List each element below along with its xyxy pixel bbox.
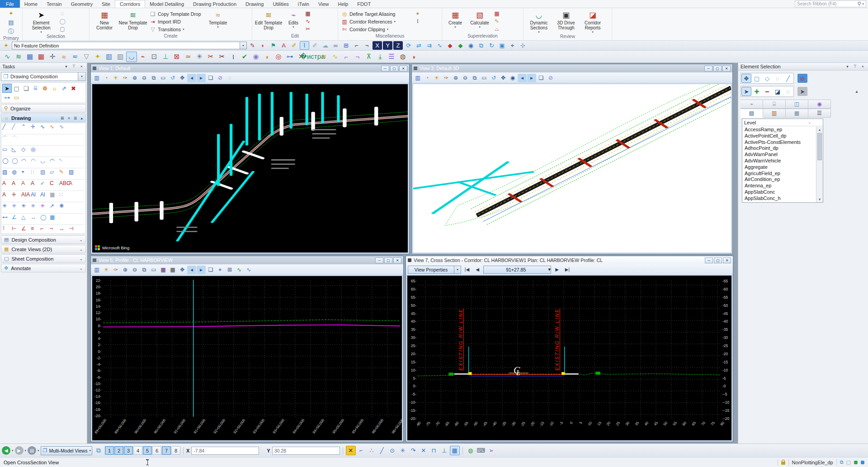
dim-width-icon[interactable]: ↔ <box>59 225 69 234</box>
fence-mode-icon[interactable]: ⊞ <box>341 41 351 50</box>
fit-view-icon[interactable]: ▭ <box>159 74 168 82</box>
transition-icon[interactable]: ▽ <box>81 52 92 62</box>
view5-title-bar[interactable]: View 5, Profile - CL HARBORVIEW ─ ▢ ✕ <box>91 256 403 264</box>
corridor-reports-button[interactable]: ◪ Corridor Reports ▾ <box>580 9 605 34</box>
text-ab-icon[interactable]: A <box>31 180 40 190</box>
level-item[interactable]: AdhocPoint_dp <box>742 145 816 152</box>
fit-view-icon[interactable]: ▭ <box>149 266 158 274</box>
pen-alt-icon[interactable]: ✐ <box>310 41 320 50</box>
center-snap-icon[interactable]: ⊙ <box>387 446 397 455</box>
text-more-icon[interactable]: A <box>69 180 78 190</box>
view-attributes-icon[interactable]: ▥ <box>92 74 101 82</box>
chevron-down-icon[interactable]: ▾ <box>38 449 39 453</box>
place-influence-icon[interactable]: ⌇ <box>300 41 309 50</box>
next-station-button[interactable]: ▶ <box>552 266 561 274</box>
text-al2-icon[interactable]: Al <box>40 191 50 201</box>
bisector-snap-icon[interactable]: ↷ <box>408 446 418 455</box>
zoom-in-icon[interactable]: ⊕ <box>451 74 460 82</box>
deselect-icon[interactable]: ➤ <box>797 87 807 96</box>
measure-ruler-icon[interactable]: ▭ <box>12 93 21 102</box>
view1-title-bar[interactable]: View 1, Default ─ ▢ ✕ <box>91 64 409 72</box>
edits-button[interactable]: ⌁ Edits ▾ <box>284 9 303 33</box>
keyboard-shortcuts-icon[interactable]: ⌨ <box>476 446 486 455</box>
origin-snap-icon[interactable]: ✳ <box>398 446 408 455</box>
import-targets-icon[interactable]: I <box>414 18 421 25</box>
forward-button[interactable]: ▶ <box>15 446 24 455</box>
template-cross-icon[interactable]: ✛ <box>47 52 58 62</box>
label-point-icon[interactable]: ✛ <box>12 191 21 201</box>
tab-style[interactable]: ▦ <box>786 109 808 118</box>
rotate-view-icon[interactable]: ↺ <box>168 74 177 82</box>
strip-hatch-icon[interactable]: ▱ <box>50 169 59 178</box>
place-circle-icon[interactable]: ◯ <box>2 157 12 167</box>
midpoint-snap-icon[interactable]: ╱ <box>377 446 387 455</box>
menu-tab[interactable]: FDOT <box>353 0 375 8</box>
measure-volume-icon[interactable]: ▦ <box>50 214 59 224</box>
fit-view-icon[interactable]: ▭ <box>480 74 489 82</box>
audit-check-icon[interactable]: ✔ <box>239 52 250 62</box>
corridor-s-icon[interactable]: ∿ <box>304 18 311 25</box>
window-tile-icon[interactable]: ⧉ <box>476 41 486 50</box>
chevron-down-icon[interactable]: ▾ <box>63 64 69 69</box>
star-arrow-icon[interactable]: ✳ <box>21 203 31 212</box>
tab-color[interactable]: ▥ <box>763 109 786 118</box>
chevron-down-icon[interactable]: ▾ <box>12 449 14 453</box>
layout-icon[interactable]: ▣ <box>497 41 507 50</box>
accudraw-lock-icon[interactable]: ✕ <box>346 446 356 455</box>
fence-circle-icon[interactable]: ◌ <box>59 10 66 17</box>
pattern-scatter-icon[interactable]: ∷ <box>31 169 40 178</box>
view-toggle-button[interactable]: 2 <box>114 446 123 455</box>
presentation-icon[interactable]: ◔ <box>423 74 432 82</box>
first-station-button[interactable]: |◀ <box>462 266 472 274</box>
target-i-icon[interactable]: I <box>228 52 239 62</box>
tangent-snap-icon[interactable]: ⊓ <box>429 446 439 455</box>
minimize-button[interactable]: ─ <box>704 66 712 71</box>
x-lock-icon[interactable]: X <box>373 41 382 50</box>
copy-view-icon[interactable]: ❏ <box>537 74 546 82</box>
surface-arrow-icon[interactable]: �истра <box>307 52 318 62</box>
view-toggle-button[interactable]: 4 <box>133 446 142 455</box>
lock-icon[interactable] <box>781 462 785 465</box>
section-sheet-composition[interactable]: ▢ Sheet Composition ⌄ <box>1 254 86 263</box>
nearest-snap-icon[interactable]: ⌐ <box>356 446 366 455</box>
y-coordinate-input[interactable] <box>272 447 340 455</box>
keypoint-snap-icon[interactable]: ∴ <box>367 446 377 455</box>
scroll-down-icon[interactable]: ▼ <box>816 196 823 202</box>
dim-corner2-icon[interactable]: ¬ <box>50 225 59 234</box>
update-view-icon[interactable]: ✑ <box>442 74 451 82</box>
invert-mode-icon[interactable]: ◪ <box>773 87 783 96</box>
profile-plot-area[interactable] <box>103 280 400 417</box>
open-profile-model-icon[interactable]: ∿ <box>2 52 13 62</box>
view7-cross-section-canvas[interactable]: 65605550454035302520151050-5-10-15-20 65… <box>407 276 731 440</box>
spell-check-icon[interactable]: ✓ <box>40 180 50 190</box>
corner-pink-icon[interactable]: ⌐ <box>341 52 352 62</box>
corridor-handles-icon[interactable]: ▥ <box>104 52 114 62</box>
multi-model-views-dropdown[interactable]: ❐ Multi-Model Views ▾ <box>41 446 92 455</box>
walk-icon[interactable]: ✥ <box>499 74 508 82</box>
clear-override-icon[interactable]: ⊘ <box>216 74 225 82</box>
minimize-button[interactable]: ─ <box>381 66 389 71</box>
brightness-icon[interactable]: ☀ <box>111 74 120 82</box>
organize-section-bar[interactable]: ⚲ Organize <box>1 104 86 113</box>
menu-tab[interactable]: Model Detailing <box>145 0 189 8</box>
star-q-icon[interactable]: ✳ <box>40 203 50 212</box>
menu-tab[interactable]: File <box>0 0 20 8</box>
template-flag-icon[interactable]: ⚑ <box>269 41 278 50</box>
corridor-clipping-button[interactable]: ✄ Corridor Clipping ▾ <box>340 26 413 33</box>
model-blue-icon[interactable]: ◉ <box>466 41 476 50</box>
level-item[interactable]: Antenna_ep <box>742 183 816 189</box>
flag-tool-icon[interactable]: ➢ <box>486 446 496 455</box>
view3-3d-canvas[interactable] <box>413 84 731 253</box>
measure-length-icon[interactable]: ↔ <box>31 214 40 224</box>
tab-sphere[interactable]: ◉ <box>808 100 831 109</box>
dim-linear-icon[interactable]: ⊢ <box>12 225 21 234</box>
dome-icon[interactable]: ◠ <box>50 157 59 167</box>
active-level-badge[interactable]: NonPlottingEle_dp <box>792 460 833 465</box>
smartline-icon[interactable]: ╱ <box>2 124 12 133</box>
view5-window[interactable]: View 5, Profile - CL HARBORVIEW ─ ▢ ✕ ▥☀… <box>90 256 404 442</box>
update-view-icon[interactable]: ✑ <box>121 74 130 82</box>
snow-icon[interactable]: ❋ <box>59 203 69 212</box>
zoom-out-icon[interactable]: ⊖ <box>140 74 149 82</box>
view7-title-bar[interactable]: View 7, Cross Section - Corridor: CL HAR… <box>406 256 733 264</box>
level-item[interactable]: AccessRamp_ep <box>742 127 816 133</box>
